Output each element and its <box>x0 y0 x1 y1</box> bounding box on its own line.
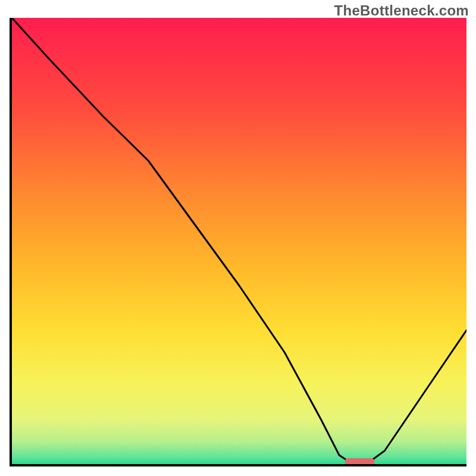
chart-background <box>12 18 466 464</box>
chart-svg <box>12 18 466 464</box>
optimal-marker <box>345 458 375 464</box>
chart-frame: TheBottleneck.com <box>0 0 476 476</box>
watermark-text: TheBottleneck.com <box>334 2 469 19</box>
plot-area <box>10 18 466 466</box>
